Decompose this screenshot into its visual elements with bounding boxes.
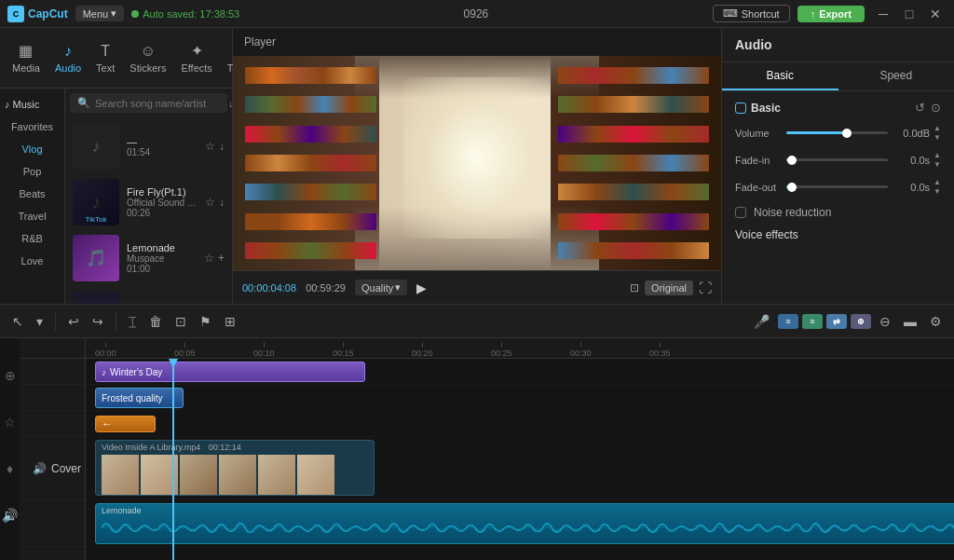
fadeout-slider[interactable] <box>786 185 888 188</box>
sidebar-item-vlog[interactable]: Vlog <box>0 138 64 160</box>
original-button[interactable]: Original <box>645 280 693 295</box>
copy-button[interactable]: ⊙ <box>931 101 941 115</box>
favorite-button[interactable]: ☆ <box>205 196 215 209</box>
favorite-button[interactable]: ☆ <box>204 252 214 265</box>
fadeout-up[interactable]: ▲ <box>934 178 941 187</box>
toolbar-effects[interactable]: ✦ Effects <box>173 38 219 77</box>
time-mark-line <box>105 342 106 348</box>
sidebar-item-travel[interactable]: Travel <box>0 205 64 227</box>
track-icon-2[interactable]: ☆ <box>2 413 18 431</box>
undo-button[interactable]: ↩ <box>63 311 84 332</box>
clip-orange[interactable]: ← <box>95 416 156 432</box>
download-button[interactable]: ↓ <box>219 140 225 153</box>
toolbar-text[interactable]: T Text <box>89 39 122 77</box>
zoom-bar[interactable]: ▬ <box>899 311 921 332</box>
color-tool-1[interactable]: ≡ <box>778 314 798 329</box>
volume-thumb[interactable] <box>842 129 852 138</box>
settings-button[interactable]: ⚙ <box>925 311 947 332</box>
fadein-up[interactable]: ▲ <box>934 151 941 160</box>
fadein-stepper[interactable]: ▲ ▼ <box>934 151 941 169</box>
noise-checkbox[interactable] <box>735 207 746 218</box>
playhead[interactable] <box>172 359 174 560</box>
clip-lemonade[interactable]: Lemonade // Will be rendered via JS belo… <box>95 503 954 544</box>
quality-button[interactable]: Quality ▾ <box>355 280 407 295</box>
track-icon-3[interactable]: ♦ <box>5 459 15 478</box>
zoom-out-button[interactable]: ⊖ <box>875 311 895 332</box>
close-button[interactable]: ✕ <box>924 3 947 25</box>
arrow-tool[interactable]: ▾ <box>32 311 48 332</box>
fadeout-thumb[interactable] <box>787 183 797 192</box>
fadein-slider[interactable] <box>786 158 888 161</box>
toolbar-stickers[interactable]: ☺ Stickers <box>122 39 173 77</box>
shortcut-button[interactable]: ⌨ Shortcut <box>713 5 790 22</box>
music-search-input[interactable] <box>95 98 224 109</box>
export-button[interactable]: ↑ Export <box>797 6 865 22</box>
track-row-frosted: Frosted quality <box>86 385 954 411</box>
tab-basic[interactable]: Basic <box>722 62 838 90</box>
menu-chevron: ▾ <box>111 7 116 20</box>
player-header: Player <box>233 28 721 56</box>
track-icon-4[interactable]: 🔊 <box>0 506 20 525</box>
fadeout-stepper[interactable]: ▲ ▼ <box>934 178 941 196</box>
delete-button[interactable]: 🗑 <box>144 311 167 332</box>
volume-stepper[interactable]: ▲ ▼ <box>934 124 941 142</box>
pip-button[interactable]: ⊡ <box>630 281 639 294</box>
sidebar-item-music[interactable]: ♪ Music <box>0 93 64 116</box>
list-item[interactable]: ♪ Kanari Official Sound <box>70 286 227 304</box>
download-button[interactable]: ↓ <box>219 196 225 209</box>
color-tool-2[interactable]: ≡ <box>802 314 823 329</box>
music-search-bar[interactable]: 🔍 ↓ <box>70 93 227 113</box>
tab-speed-label: Speed <box>879 69 912 82</box>
sidebar-item-favorites[interactable]: Favorites <box>0 116 64 138</box>
clip-winters-day[interactable]: ♪ Winter's Day <box>95 362 365 382</box>
track-icon-1[interactable]: ⊕ <box>3 366 18 385</box>
mic-button[interactable]: 🎤 <box>749 311 774 332</box>
volume-up[interactable]: ▲ <box>934 124 941 133</box>
crop-button[interactable]: ⊡ <box>170 311 191 332</box>
effects-icon: ✦ <box>191 42 203 60</box>
minimize-button[interactable]: ─ <box>872 3 894 25</box>
sidebar-item-rnb[interactable]: R&B <box>0 227 64 250</box>
volume-value: 0.0dB <box>888 128 930 139</box>
play-button[interactable]: ▶ <box>416 280 427 295</box>
tab-speed[interactable]: Speed <box>838 62 955 90</box>
toolbar-audio[interactable]: ♪ Audio <box>48 39 89 77</box>
effects-label: Effects <box>181 62 211 74</box>
sidebar-item-beats[interactable]: Beats <box>0 183 64 205</box>
flag-button[interactable]: ⚑ <box>195 311 216 332</box>
logo-icon: C <box>7 6 24 22</box>
clip-video[interactable]: Video Inside A Library.mp4 00:12:14 <box>95 440 375 496</box>
time-mark-line <box>343 342 344 348</box>
list-item[interactable]: ♪ — 01:54 ☆ ↓ <box>70 118 227 174</box>
time-mark-line <box>264 342 265 348</box>
volume-down[interactable]: ▼ <box>934 133 941 143</box>
favorite-button[interactable]: ☆ <box>205 140 215 153</box>
sidebar-item-love[interactable]: Love <box>0 250 64 272</box>
clip-title: Winter's Day <box>110 367 162 377</box>
fadein-down[interactable]: ▼ <box>934 160 941 170</box>
sidebar-item-pop[interactable]: Pop <box>0 160 64 183</box>
logo-text: CapCut <box>28 7 68 20</box>
split-button[interactable]: ⌶ <box>124 311 141 332</box>
clip-frosted[interactable]: Frosted quality <box>95 388 184 408</box>
color-tool-3[interactable]: ⇄ <box>826 314 847 329</box>
toolbar-media[interactable]: ▦ Media <box>5 38 48 77</box>
select-tool[interactable]: ↖ <box>7 311 28 332</box>
maximize-button[interactable]: □ <box>898 3 920 25</box>
clip-title: Frosted quality <box>102 393 163 403</box>
volume-row: Volume 0.0dB ▲ ▼ <box>735 124 941 142</box>
fadeout-down[interactable]: ▼ <box>934 187 941 197</box>
volume-slider[interactable] <box>786 131 888 134</box>
color-tool-4[interactable]: ⊕ <box>851 314 871 329</box>
add-button[interactable]: + <box>218 252 225 265</box>
list-item[interactable]: ♪ TikTok Fire Fly(Pt.1) Official Sound S… <box>70 174 227 230</box>
redo-button[interactable]: ↪ <box>88 311 108 332</box>
menu-button[interactable]: Menu ▾ <box>75 6 125 21</box>
fadein-thumb[interactable] <box>787 156 797 165</box>
reset-button[interactable]: ↺ <box>915 101 925 115</box>
list-item[interactable]: 🎵 Lemonade Muspace 01:00 ☆ + <box>70 230 227 286</box>
basic-checkbox[interactable] <box>735 102 746 114</box>
fullscreen-button[interactable]: ⛶ <box>699 280 712 295</box>
split2-button[interactable]: ⊞ <box>220 311 240 332</box>
audio-tabs: Basic Speed <box>722 62 954 91</box>
